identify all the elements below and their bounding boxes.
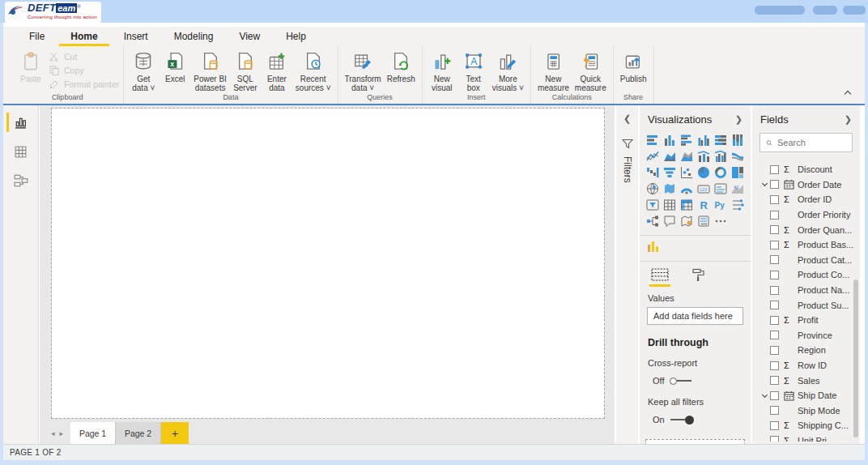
- viz-icon-qa-visual[interactable]: [662, 214, 678, 228]
- field-row-province[interactable]: Province: [752, 328, 860, 343]
- enter-data-button[interactable]: Enter data: [262, 49, 292, 92]
- expand-chevron-icon[interactable]: [762, 181, 768, 186]
- viz-icon-100-stacked-bar-chart[interactable]: [713, 133, 728, 147]
- viz-icon-arcgis-map[interactable]: [679, 214, 695, 228]
- fields-search-box[interactable]: [760, 133, 853, 152]
- field-row-order-priority[interactable]: Order Priority: [752, 207, 860, 223]
- menu-insert[interactable]: Insert: [113, 28, 160, 46]
- field-checkbox[interactable]: [770, 225, 779, 234]
- viz-icon-matrix[interactable]: [679, 198, 695, 212]
- fields-search-input[interactable]: [777, 138, 846, 147]
- field-row-order-id[interactable]: ΣOrder ID: [752, 192, 860, 207]
- viz-icon-100-stacked-column-chart[interactable]: [730, 133, 745, 147]
- page-tab-1[interactable]: Page 1: [70, 422, 116, 444]
- field-checkbox[interactable]: [770, 391, 779, 400]
- field-row-product-na[interactable]: Product Na...: [752, 283, 860, 298]
- viz-icon-more-options[interactable]: [713, 214, 728, 228]
- field-checkbox[interactable]: [770, 195, 779, 204]
- new-measure-button[interactable]: New measure: [535, 49, 572, 92]
- viz-icon-scatter-chart[interactable]: [679, 165, 695, 180]
- report-page-canvas[interactable]: [52, 109, 604, 418]
- field-row-product-cat[interactable]: Product Cat...: [752, 253, 860, 268]
- viz-icon-line-chart[interactable]: [645, 149, 661, 164]
- viz-icon-stacked-bar-chart[interactable]: [645, 133, 661, 147]
- menu-help[interactable]: Help: [274, 28, 317, 46]
- field-row-profit[interactable]: ΣProfit: [752, 313, 860, 328]
- values-field-well[interactable]: Add data fields here: [647, 307, 743, 325]
- field-row-sales[interactable]: ΣSales: [752, 373, 860, 388]
- report-view-button[interactable]: [3, 110, 38, 134]
- cut-button[interactable]: Cut: [49, 50, 119, 62]
- viz-icon-map[interactable]: [645, 181, 661, 196]
- viz-icon-slicer[interactable]: [645, 198, 661, 212]
- sql-server-button[interactable]: SQL Server: [230, 49, 261, 92]
- transform-data-button[interactable]: Transform data ˅: [343, 49, 384, 92]
- collapse-visualizations-chevron[interactable]: ❯: [735, 114, 742, 125]
- paste-button[interactable]: Paste: [15, 49, 46, 83]
- viz-icon-treemap[interactable]: [730, 165, 745, 180]
- field-row-discount[interactable]: ΣDiscount: [752, 162, 860, 177]
- field-checkbox[interactable]: [770, 165, 779, 174]
- viz-icon-clustered-bar-chart[interactable]: [679, 133, 695, 147]
- viz-icon-ribbon-chart[interactable]: [730, 149, 745, 164]
- collapse-fields-chevron[interactable]: ❯: [845, 114, 852, 125]
- tab-format[interactable]: [688, 268, 709, 288]
- copy-button[interactable]: Copy: [49, 64, 119, 76]
- viz-icon-pie-chart[interactable]: [696, 165, 711, 180]
- viz-icon-funnel-chart[interactable]: [662, 165, 678, 180]
- get-data-button[interactable]: Get data ˅: [128, 49, 159, 92]
- field-checkbox[interactable]: [770, 421, 779, 430]
- viz-icon-line-and-stacked-column-chart[interactable]: [696, 149, 711, 164]
- field-checkbox[interactable]: [770, 316, 779, 325]
- menu-file[interactable]: File: [18, 28, 56, 46]
- menu-modeling[interactable]: Modeling: [163, 28, 225, 46]
- field-row-ship-date[interactable]: Ship Date: [752, 388, 860, 403]
- new-page-button[interactable]: +: [161, 422, 189, 444]
- viz-icon-filled-map[interactable]: [662, 181, 678, 196]
- field-row-unit-pri[interactable]: ΣUnit Pri...: [752, 433, 860, 442]
- viz-icon-paginated-report[interactable]: [696, 214, 711, 228]
- text-box-button[interactable]: A Text box: [458, 49, 489, 92]
- menu-view[interactable]: View: [228, 28, 271, 46]
- field-checkbox[interactable]: [770, 180, 779, 189]
- powerbi-datasets-button[interactable]: Power BI datasets: [191, 49, 229, 92]
- viz-icon-multi-row-card[interactable]: [713, 181, 728, 196]
- publish-button[interactable]: Publish: [618, 49, 649, 83]
- field-row-product-co[interactable]: Product Co...: [752, 267, 860, 283]
- model-view-button[interactable]: [3, 169, 38, 193]
- collapse-ribbon-button[interactable]: [842, 87, 853, 97]
- field-checkbox[interactable]: [770, 331, 779, 339]
- field-checkbox[interactable]: [770, 361, 779, 370]
- field-checkbox[interactable]: [770, 301, 779, 309]
- field-checkbox[interactable]: [770, 406, 779, 415]
- field-checkbox[interactable]: [770, 346, 779, 355]
- keep-all-filters-toggle[interactable]: [670, 416, 694, 424]
- field-row-row-id[interactable]: ΣRow ID: [752, 358, 860, 373]
- field-checkbox[interactable]: [770, 436, 779, 442]
- menu-home[interactable]: Home: [59, 28, 108, 46]
- cross-report-toggle[interactable]: [670, 378, 691, 385]
- next-page-arrow[interactable]: ▸: [60, 429, 64, 437]
- viz-icon-clustered-column-chart[interactable]: [696, 133, 711, 147]
- field-row-order-date[interactable]: Order Date: [752, 177, 860, 193]
- viz-icon-python-visual[interactable]: Py: [713, 198, 728, 212]
- viz-icon-table[interactable]: [662, 198, 678, 212]
- field-checkbox[interactable]: [770, 255, 779, 264]
- prev-page-arrow[interactable]: ◂: [51, 429, 55, 437]
- filters-pane-label[interactable]: Filters: [622, 156, 633, 183]
- field-row-product-bas[interactable]: ΣProduct Bas...: [752, 237, 860, 253]
- quick-measure-button[interactable]: Quick measure: [572, 49, 609, 92]
- viz-icon-kpi[interactable]: 42: [730, 181, 745, 196]
- field-checkbox[interactable]: [770, 271, 779, 279]
- field-row-product-su[interactable]: Product Su...: [752, 297, 860, 313]
- field-row-order-quan[interactable]: ΣOrder Quan...: [752, 222, 860, 237]
- field-row-shipping-c[interactable]: ΣShipping C...: [752, 418, 860, 433]
- new-visual-button[interactable]: New visual: [427, 49, 457, 92]
- expand-chevron-icon[interactable]: [762, 392, 768, 398]
- viz-icon-stacked-area-chart[interactable]: [679, 149, 695, 164]
- field-row-ship-mode[interactable]: Ship Mode: [752, 403, 860, 419]
- viz-icon-decomposition-tree[interactable]: [645, 214, 661, 228]
- viz-icon-waterfall-chart[interactable]: [645, 165, 661, 180]
- viz-icon-card[interactable]: 123: [696, 181, 711, 196]
- viz-icon-area-chart[interactable]: [662, 149, 678, 164]
